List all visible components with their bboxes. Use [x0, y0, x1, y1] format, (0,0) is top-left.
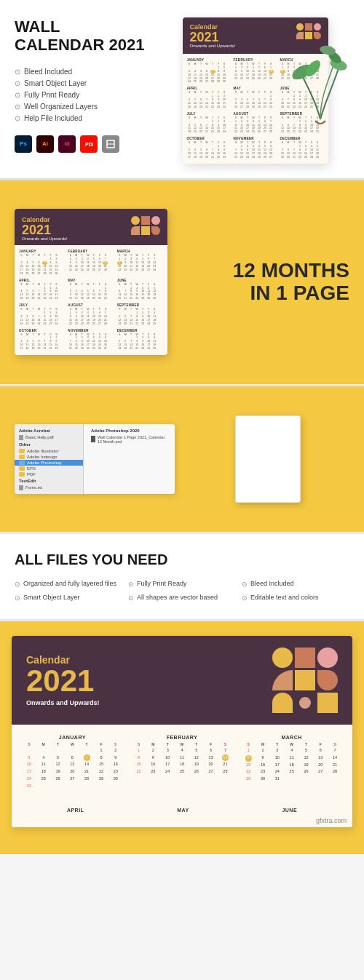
section-1-left: WALL CALENDAR 2021 ⊙ Bleed Included ⊙ Sm…	[15, 17, 149, 164]
section-2: Calendar 2021 Onwards and Upwards! JANUA…	[0, 180, 364, 384]
fb-folder-icon-4	[19, 466, 25, 471]
large-geo-shapes	[272, 648, 338, 713]
watermark: gfxtra.com	[12, 814, 352, 827]
fb-folder-icon-1	[19, 449, 25, 453]
month-2-jun: JUNE SMTWTFS 12345 6789101112 1314151617…	[117, 279, 163, 300]
indesign-icon: Id	[58, 135, 76, 153]
fb-panel: Adobe Acrobat Basic Help.pdf Other Adobe…	[15, 424, 175, 494]
files-feature-2: ⊙ Fully Print Ready	[128, 580, 236, 588]
section-1-header: WALL CALENDAR 2021 ⊙ Bleed Included ⊙ Sm…	[0, 0, 364, 178]
feature-item-2: ⊙ Smart Object Layer	[15, 79, 149, 87]
fb-folder-icon-3	[19, 461, 25, 465]
section-3: Adobe Acrobat Basic Help.pdf Other Adobe…	[0, 386, 364, 532]
fb-section-textedit: TextEdit	[15, 477, 83, 485]
feature-item-5: ⊙ Help File Included	[15, 114, 149, 122]
month-2-dec: DECEMBER SMTWTFS 1234 567891011 12131415…	[117, 329, 163, 351]
month-2-nov: NOVEMBER SMTWTFS 123456 78910111213 1415…	[68, 329, 114, 351]
files-feature-4: ⊙ Smart Object Layer	[15, 594, 122, 602]
month-mini-oct: OCTOBER SMTWTFS 12 3456789 1011121314151…	[187, 137, 231, 159]
month-2-jul: JULY SMTWTFS 123 45678910 11121314151617…	[19, 303, 65, 325]
lg-shape-9	[317, 693, 338, 713]
cal-year-small: 2021	[190, 31, 236, 44]
cal-tagline-2: Onwards and Upwards!	[22, 236, 68, 241]
lg-shape-8	[295, 693, 315, 713]
document-preview	[186, 415, 349, 503]
month-large-feb: FEBRUARY S M T W T F S 1 2 3 4	[130, 732, 234, 793]
main-title: WALL CALENDAR 2021	[15, 17, 149, 55]
cal-title-left: Calendar 2021 Onwards and Upwards!	[190, 23, 236, 48]
files-feature-6: ⊙ Editable text and colors	[242, 594, 349, 602]
files-feature-1: ⊙ Organized and fully layered files	[15, 580, 122, 588]
month-mini-jul: JULY SMTWTFS 123 45678910 11121314151617…	[187, 112, 231, 134]
fb-folder-icon-2	[19, 455, 25, 459]
plant-decoration	[288, 32, 353, 127]
fb-right-panel: Adobe Photoshop 2020 Wall Calendar 1 Pag…	[84, 424, 175, 494]
month-mini-feb: FEBRUARY SMTWTFS 1234567 891011121314 15…	[234, 58, 277, 84]
check-icon-4: ⊙	[15, 103, 20, 111]
geo-2-2	[141, 216, 150, 225]
other-icon	[102, 135, 119, 153]
fb-item-fonts: Fonts.txt	[15, 485, 83, 491]
fb-item-pdf: PDF	[15, 471, 83, 477]
fb-file-icon	[19, 435, 23, 440]
month-large-jan: JANUARY S M T W T F S 0 0 0 0	[20, 732, 124, 793]
geo-shape-2	[305, 23, 312, 31]
lg-shape-4	[272, 670, 293, 690]
fb-right-file: Wall Calendar 1 Page 2021_Calendar 12 Mo…	[87, 434, 172, 445]
footer-june: JUNE	[282, 808, 297, 813]
cal-header-2: Calendar 2021 Onwards and Upwards!	[15, 209, 167, 245]
month-2-oct: OCTOBER SMTWTFS 12 3456789 1011121314151…	[19, 329, 65, 351]
months-grid-2: JANUARY SMTWTFS 12 3456789 1011121314151…	[19, 250, 163, 351]
cal-body-2: JANUARY SMTWTFS 12 3456789 1011121314151…	[15, 245, 167, 355]
feature-item-4: ⊙ Well Organized Layers	[15, 103, 149, 111]
files-check-3: ⊙	[242, 581, 248, 588]
fb-section-acrobat: Adobe Acrobat	[15, 427, 83, 434]
month-2-apr: APRIL SMTWTFS 123 45678910 1112131415161…	[19, 279, 65, 300]
large-calendar: Calendar 2021 Onwards and Upwards!	[12, 636, 352, 827]
software-icons: Ps Ai Id PDF	[15, 135, 149, 153]
all-files-title: ALL FILES YOU NEED	[15, 551, 349, 568]
feature-item-1: ⊙ Bleed Included	[15, 68, 149, 76]
month-mini-may: MAY SMTWTFS 1 2345678 9101112131415 1617…	[234, 87, 277, 108]
month-mini-aug: AUGUST SMTWTFS 1234567 891011121314 1516…	[234, 112, 277, 134]
fb-item-photoshop: Adobe Photoshop	[15, 460, 83, 466]
fb-item-illustrator: Adobe Illustrator	[15, 448, 83, 454]
footer-april: APRIL	[67, 808, 84, 813]
month-mini-apr: APRIL SMTWTFS 123 45678910 1112131415161…	[187, 87, 231, 108]
pdf-icon: PDF	[80, 135, 98, 153]
footer-may: MAY	[177, 808, 189, 813]
fb-section-other: Other	[15, 441, 83, 448]
month-2-feb: FEBRUARY SMTWTFS 1234567 891011121314 15…	[68, 250, 114, 275]
geo-2-3	[151, 216, 160, 225]
files-check-2: ⊙	[128, 581, 134, 588]
section-4: ALL FILES YOU NEED ⊙ Organized and fully…	[0, 534, 364, 619]
geo-2-4	[131, 226, 140, 235]
fb-psd-icon	[91, 436, 95, 442]
fb-folder-icon-5	[19, 472, 25, 477]
fb-left-panel: Adobe Acrobat Basic Help.pdf Other Adobe…	[15, 424, 84, 494]
document-frame	[235, 415, 301, 503]
month-mini-jan: JANUARY SMTWTFS 12 3456789 1011121314151…	[187, 58, 231, 84]
month-2-jan: JANUARY SMTWTFS 12 3456789 1011121314151…	[19, 250, 65, 275]
geo-2-6	[151, 226, 160, 235]
in-1-page-text: IN 1 PAGE	[182, 282, 349, 305]
check-icon-5: ⊙	[15, 114, 20, 122]
photoshop-icon: Ps	[15, 135, 32, 153]
check-icon-3: ⊙	[15, 91, 20, 99]
lg-shape-2	[295, 648, 315, 668]
month-large-mar: MARCH S M T W T F S 1 2 3 4	[240, 732, 344, 793]
fb-item-help: Basic Help.pdf	[15, 434, 83, 441]
geo-2-1	[131, 216, 140, 225]
cal-year-2: 2021	[22, 223, 68, 236]
fb-file-icon-2	[19, 485, 23, 490]
large-cal-tagline: Onwards and Upwards!	[26, 699, 100, 706]
feature-item-3: ⊙ Fully Print Ready	[15, 91, 149, 99]
month-mini-nov: NOVEMBER SMTWTFS 123456 78910111213 1415…	[234, 137, 277, 159]
geo-shapes-2	[131, 216, 160, 235]
illustrator-icon: Ai	[36, 135, 54, 153]
large-cal-left: Calendar 2021 Onwards and Upwards!	[26, 654, 100, 706]
check-icon-2: ⊙	[15, 79, 20, 87]
large-cal-body: JANUARY S M T W T F S 0 0 0 0	[12, 725, 352, 803]
geo-shape-1	[296, 23, 304, 31]
files-feature-3: ⊙ Bleed Included	[242, 580, 349, 588]
